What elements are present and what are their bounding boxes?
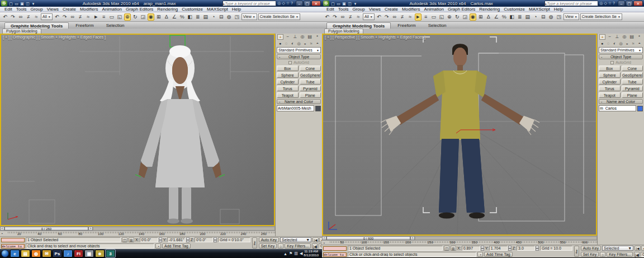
window-crossing-icon[interactable]: ◱	[116, 13, 123, 21]
menu-item[interactable]: Views	[47, 7, 59, 12]
help-icon[interactable]: ?	[613, 1, 615, 6]
time-slider-handle[interactable]: 0 / 260	[4, 227, 88, 231]
y-spinner[interactable]	[186, 237, 190, 242]
modify-tab-icon[interactable]: ~	[607, 34, 613, 40]
y-spinner[interactable]	[508, 246, 512, 251]
search-flyout-icon[interactable]: ◎	[277, 1, 281, 6]
select-object-icon[interactable]: ►	[93, 13, 100, 21]
set-keys-button[interactable]: ⚷	[252, 237, 257, 248]
viewport-label[interactable]: [ + ] [ Orthographic ] [ Smooth + Highli…	[3, 35, 106, 39]
primitive-button[interactable]: Cone	[622, 65, 643, 71]
time-slider-handle[interactable]: 0 / 600	[326, 236, 410, 240]
cameras-category-icon[interactable]: ◎	[618, 41, 623, 46]
menu-item[interactable]: MAXScript	[207, 7, 228, 12]
systems-category-icon[interactable]: ◓	[315, 41, 320, 46]
key-mode-icon[interactable]: ○	[278, 243, 283, 248]
add-time-tag[interactable]: Add Time Tag	[484, 252, 513, 257]
taskbar-outlook[interactable]: ✉	[42, 250, 51, 257]
schematic-view-icon[interactable]: ⊟	[540, 13, 547, 21]
selection-set-key-dropdown[interactable]: Selected▼	[602, 246, 633, 251]
menu-item[interactable]: Tools	[338, 7, 349, 12]
primitive-button[interactable]: Cone	[300, 65, 321, 71]
curve-editor-icon[interactable]: ◔	[532, 13, 539, 21]
communication-center-icon[interactable]: ◇	[604, 1, 607, 6]
modify-tab-icon[interactable]: ~	[285, 34, 291, 40]
current-frame-field[interactable]: 0	[641, 252, 644, 257]
material-editor-icon[interactable]: ◍	[226, 13, 233, 21]
bind-to-spacewarp-icon[interactable]: ≈	[85, 13, 92, 21]
lights-category-icon[interactable]: ◐	[290, 41, 295, 46]
menu-item[interactable]: Modifiers	[402, 7, 420, 12]
primitive-button[interactable]: Teapot	[599, 92, 621, 98]
mirror-icon[interactable]: ◧	[187, 13, 193, 21]
time-slider-track[interactable]	[415, 236, 597, 240]
menu-item[interactable]: Customize	[182, 7, 203, 12]
primitive-button[interactable]: Cylinder	[277, 79, 299, 85]
key-mode-icon[interactable]: ○	[600, 252, 605, 257]
autogrid-checkbox[interactable]	[610, 61, 614, 64]
utilities-tab-icon[interactable]: *	[636, 34, 642, 40]
maxscript-mini-listener-top[interactable]	[323, 246, 347, 251]
save-file-icon[interactable]: ▣	[342, 1, 347, 6]
auto-key-button[interactable]: Auto Key	[259, 237, 279, 242]
rectangular-region-icon[interactable]: ▭	[108, 13, 115, 21]
maximize-button[interactable]: ▢	[304, 1, 311, 6]
unlink-selection-icon[interactable]: ≠	[25, 13, 32, 21]
taskbar-messenger[interactable]: ☻	[95, 250, 105, 257]
name-color-rollout[interactable]: - Name and Color	[599, 99, 643, 104]
angle-snap-icon[interactable]: ∠	[493, 13, 500, 21]
open-mini-curve-editor-icon[interactable]: ◔	[1, 232, 3, 236]
schematic-view-icon[interactable]: ⊟	[218, 13, 225, 21]
motion-tab-icon[interactable]: ◎	[622, 34, 628, 40]
ribbon-tab[interactable]: Selection	[423, 22, 452, 29]
redo-icon[interactable]: ↷	[61, 13, 68, 21]
set-keys-button[interactable]: ⚷	[574, 246, 579, 257]
search-flyout-icon[interactable]: ◎	[599, 1, 603, 6]
cameras-category-icon[interactable]: ◎	[296, 41, 301, 46]
utilities-tab-icon[interactable]: *	[314, 34, 320, 40]
object-name-field[interactable]	[599, 105, 636, 111]
select-and-link-icon[interactable]: ∞	[69, 13, 76, 21]
hierarchy-tab-icon[interactable]: ⊥	[614, 34, 620, 40]
select-move-icon[interactable]: ⊕	[124, 13, 131, 21]
motion-tab-icon[interactable]: ◎	[300, 34, 306, 40]
3dsmax-logo-icon[interactable]: G	[1, 1, 7, 6]
save-file-icon[interactable]: ▣	[20, 1, 25, 6]
maxscript-mini-listener[interactable]: Welcome to M	[1, 244, 25, 248]
render-setup-icon[interactable]: ◳	[234, 13, 240, 21]
key-filters-button[interactable]: Key Filters...	[607, 252, 633, 257]
menu-item[interactable]: MAXScript	[529, 7, 550, 12]
reference-coordinate-dropdown[interactable]: View▼	[564, 13, 579, 20]
time-slider-track[interactable]	[93, 227, 275, 231]
mirror-icon[interactable]: ◧	[509, 13, 515, 21]
select-rotate-icon[interactable]: ↻	[454, 13, 461, 21]
primitive-button[interactable]: Box	[277, 65, 299, 71]
select-scale-icon[interactable]: ◲	[462, 13, 468, 21]
align-icon[interactable]: ≣	[517, 13, 523, 21]
create-tab-icon[interactable]: +	[277, 34, 283, 40]
menu-item[interactable]: Create	[63, 7, 76, 12]
new-scene-icon[interactable]: ▢	[8, 1, 13, 6]
y-field[interactable]: 1.704	[489, 246, 508, 251]
select-by-name-icon[interactable]: ≡	[101, 13, 107, 21]
align-icon[interactable]: ≣	[195, 13, 201, 21]
undo-icon[interactable]: ↶	[54, 13, 60, 21]
tray-network-icon[interactable]: ▥	[294, 251, 298, 256]
taskbar-photoshop[interactable]: Ps	[53, 250, 62, 257]
taskbar-windows-explorer[interactable]: ▤	[21, 250, 30, 257]
hierarchy-tab-icon[interactable]: ⊥	[292, 34, 298, 40]
primitive-button[interactable]: Pyramid	[300, 86, 321, 91]
use-center-icon[interactable]: ◉	[148, 13, 154, 21]
time-forward-button[interactable]: >	[410, 236, 415, 240]
absolute-offset-icon[interactable]: ⊞	[129, 237, 134, 242]
help-icon[interactable]: ?	[291, 1, 293, 6]
time-forward-button[interactable]: >	[88, 227, 93, 231]
search-input[interactable]	[547, 1, 594, 6]
menu-item[interactable]: Rendering	[479, 7, 500, 12]
unlink-selection-icon[interactable]: ≠	[77, 13, 84, 21]
redo-icon[interactable]: ↷	[332, 13, 338, 21]
menu-item[interactable]: Help	[554, 7, 563, 12]
maxscript-mini-listener-top[interactable]	[1, 238, 25, 242]
use-center-icon[interactable]: ◉	[470, 13, 476, 21]
track-bar[interactable]: ◔ 20406080100120140160180200220240260	[0, 231, 275, 236]
